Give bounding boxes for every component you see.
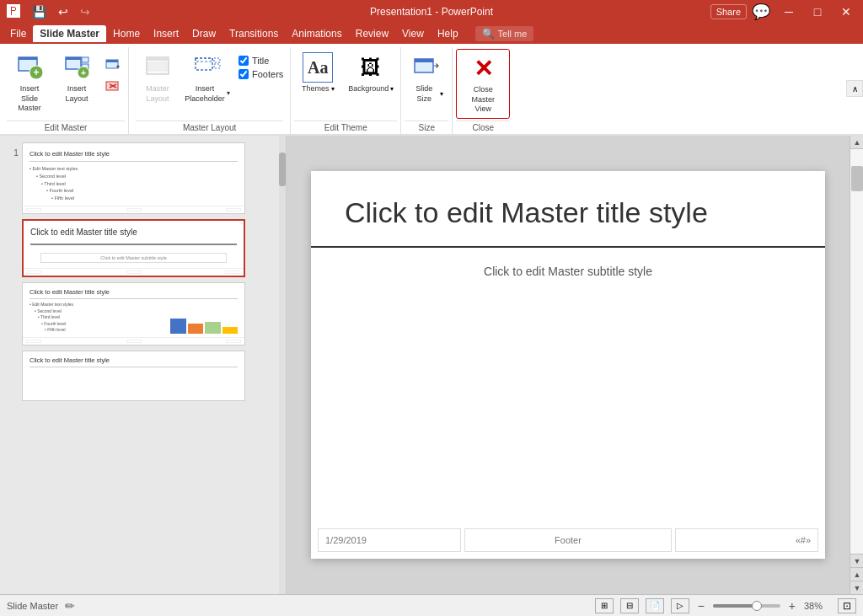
footers-checkbox[interactable] xyxy=(239,69,249,79)
menu-file[interactable]: File xyxy=(3,25,33,42)
menu-bar: File Slide Master Home Insert Draw Trans… xyxy=(0,24,863,44)
zoom-percent[interactable]: 38% xyxy=(804,601,831,611)
close-button[interactable]: ✕ xyxy=(833,2,860,22)
share-button[interactable]: Share xyxy=(710,4,747,19)
thumb-2-title: Click to edit Master title style xyxy=(30,228,237,237)
scroll-thumb[interactable] xyxy=(851,166,863,191)
title-checkbox-label[interactable]: Title xyxy=(239,56,283,66)
main-slide-title[interactable]: Click to edit Master title style xyxy=(345,196,791,229)
view-btn-slide-sorter[interactable]: ⊟ xyxy=(620,598,639,613)
rename-button[interactable] xyxy=(101,54,125,74)
slide-thumb-4[interactable]: Click to edit Master title style xyxy=(22,351,245,401)
collapse-ribbon-button[interactable]: ∧ xyxy=(846,80,863,97)
quick-access-undo[interactable]: ↩ xyxy=(55,3,72,20)
zoom-progress xyxy=(713,604,753,608)
quick-access-save[interactable]: 💾 xyxy=(29,3,50,20)
insert-layout-label: Insert Layout xyxy=(59,84,94,104)
close-master-view-button[interactable]: ✕ Close Master View xyxy=(456,49,510,119)
scroll-prev-slide[interactable]: ▲ xyxy=(850,567,863,581)
insert-placeholder-arrow: ▾ xyxy=(227,89,230,97)
thumb-3-chart-3 xyxy=(205,322,221,334)
main-slide-subtitle[interactable]: Click to edit Master subtitle style xyxy=(484,265,652,278)
footer-right[interactable]: «#» xyxy=(675,528,818,552)
insert-layout-button[interactable]: + Insert Layout xyxy=(54,49,99,119)
title-checkbox[interactable] xyxy=(239,56,249,66)
insert-placeholder-label: Insert Placeholder xyxy=(185,84,225,104)
panel-scrollbar[interactable] xyxy=(279,136,286,594)
size-label: Size xyxy=(405,121,448,134)
main-slide-title-area[interactable]: Click to edit Master title style xyxy=(311,171,825,248)
master-layout-label: Master Layout xyxy=(141,84,174,104)
edit-master-label: Edit Master xyxy=(7,121,125,134)
footer-center[interactable]: Footer xyxy=(464,528,672,552)
delete-button[interactable] xyxy=(101,76,125,96)
main-scrollbar-v[interactable]: ▲ ▼ ▲ ▼ xyxy=(850,136,863,594)
svg-rect-5 xyxy=(66,57,81,60)
thumb-2-footer-c xyxy=(126,271,142,274)
scroll-up-button[interactable]: ▲ xyxy=(850,136,863,149)
master-layout-button[interactable]: Master Layout xyxy=(136,49,180,107)
slide-thumb-4-container: Click to edit Master title style xyxy=(3,351,276,401)
maximize-button[interactable]: □ xyxy=(804,2,831,22)
background-icon: 🖼 xyxy=(356,52,386,83)
slide-size-arrow: ▾ xyxy=(440,90,443,98)
zoom-slider[interactable] xyxy=(713,604,780,608)
themes-icon: Aa xyxy=(303,52,333,83)
thumb-1-content: • Edit Master text styles • Second level… xyxy=(29,165,238,202)
menu-slide-master[interactable]: Slide Master xyxy=(33,25,106,42)
edit-theme-label: Edit Theme xyxy=(294,121,397,134)
menu-help[interactable]: Help xyxy=(431,25,465,42)
main-slide[interactable]: Click to edit Master title style Click t… xyxy=(311,171,825,559)
svg-rect-22 xyxy=(415,59,433,62)
close-master-view-icon: ✕ xyxy=(468,53,498,83)
ribbon-group-close: ✕ Close Master View Close xyxy=(453,47,513,134)
fit-slide-button[interactable]: ⊡ xyxy=(838,598,856,613)
thumb-4-title: Click to edit Master title style xyxy=(29,356,238,364)
zoom-plus[interactable]: + xyxy=(787,599,797,613)
thumb-1-footer-l xyxy=(26,208,41,212)
insert-slide-master-label: Insert Slide Master xyxy=(12,84,47,114)
scroll-next-slide[interactable]: ▼ xyxy=(850,581,863,594)
menu-insert[interactable]: Insert xyxy=(147,25,185,42)
ribbon-group-master-layout: Master Layout Insert Placeholder xyxy=(129,47,291,134)
master-layout-group-label: Master Layout xyxy=(136,121,283,134)
quick-access-redo[interactable]: ↪ xyxy=(77,3,94,20)
close-label: Close xyxy=(456,121,510,134)
menu-home[interactable]: Home xyxy=(106,25,147,42)
thumb-1-footer-c xyxy=(126,208,142,212)
insert-slide-master-button[interactable]: + Insert Slide Master xyxy=(7,49,52,119)
insert-placeholder-button[interactable]: Insert Placeholder ▾ xyxy=(183,49,232,107)
view-btn-normal[interactable]: ⊞ xyxy=(595,598,614,613)
themes-arrow: ▾ xyxy=(331,85,335,93)
zoom-minus[interactable]: − xyxy=(696,599,706,613)
search-bar[interactable]: 🔍 Tell me xyxy=(475,26,534,41)
view-btn-slideshow[interactable]: ▷ xyxy=(671,598,689,613)
slide-panel-scroll[interactable]: 1 Click to edit Master title style • Edi… xyxy=(0,136,279,594)
menu-animations[interactable]: Animations xyxy=(285,25,348,42)
close-master-view-label: Close Master View xyxy=(465,85,501,115)
zoom-handle[interactable] xyxy=(752,601,762,611)
comment-button[interactable]: 💬 xyxy=(748,3,774,21)
status-bar-edit-icon[interactable]: ✏ xyxy=(65,599,75,613)
footer-date[interactable]: 1/29/2019 xyxy=(318,528,461,552)
thumb-3-content: • Edit Master text styles • Second level… xyxy=(29,302,167,334)
slide-size-button[interactable]: Slide Size ▾ xyxy=(405,49,448,119)
view-btn-reading[interactable]: 📄 xyxy=(646,598,664,613)
svg-rect-19 xyxy=(214,58,220,62)
menu-draw[interactable]: Draw xyxy=(185,25,222,42)
menu-review[interactable]: Review xyxy=(349,25,395,42)
minimize-button[interactable]: ─ xyxy=(775,2,802,22)
main-slide-subtitle-area[interactable]: Click to edit Master subtitle style xyxy=(311,248,825,559)
thumb-3-chart-bar xyxy=(222,327,239,334)
themes-label: Themes xyxy=(302,84,330,93)
scroll-down-button[interactable]: ▼ xyxy=(850,554,863,567)
slide-thumb-1[interactable]: Click to edit Master title style • Edit … xyxy=(22,142,245,214)
menu-transitions[interactable]: Transitions xyxy=(222,25,285,42)
menu-view[interactable]: View xyxy=(395,25,431,42)
footers-checkbox-label[interactable]: Footers xyxy=(239,69,283,79)
themes-button[interactable]: Aa Themes ▾ xyxy=(294,49,341,119)
main-content: 1 Click to edit Master title style • Edi… xyxy=(0,136,863,594)
background-button[interactable]: 🖼 Background ▾ xyxy=(345,49,397,119)
slide-thumb-3[interactable]: Click to edit Master title style • Edit … xyxy=(22,282,245,345)
slide-thumb-2[interactable]: Click to edit Master title style Click t… xyxy=(22,219,245,277)
